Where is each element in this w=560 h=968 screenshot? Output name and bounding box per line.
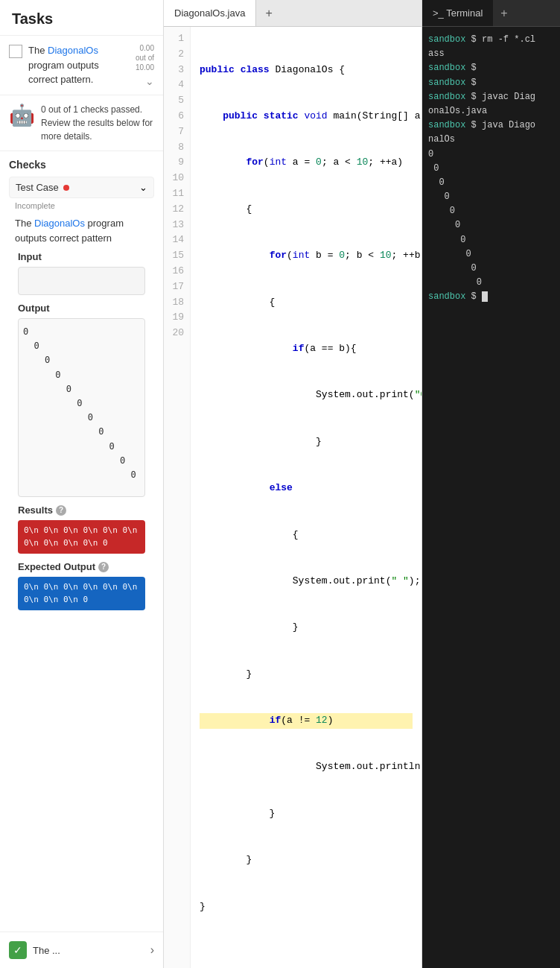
help-icon-expected[interactable]: ? [98, 562, 109, 572]
code-line-15: if(a != 12) [200, 713, 413, 729]
output-section: Output 0 0 0 0 0 0 0 0 0 [9, 303, 154, 504]
terminal-content[interactable]: sandbox $ rm -f *.cl ass sandbox $ sandb… [422, 27, 560, 968]
code-line-18: } [200, 852, 413, 868]
results-label-text: Results [18, 504, 53, 516]
code-line-8: System.out.print("0"); [200, 387, 413, 403]
red-dot-icon [63, 185, 69, 191]
test-desc-highlight: DiagonalOs [34, 218, 85, 229]
code-line-12: System.out.print(" "); [200, 574, 413, 589]
code-line-5: for(int b = 0; b < 10; ++b) [200, 248, 413, 264]
new-tab-button[interactable]: + [256, 7, 281, 20]
tasks-panel: Tasks The DiagonalOs program outputs cor… [0, 0, 164, 968]
output-line: 0 [23, 396, 140, 411]
input-section: Input [9, 251, 154, 303]
terminal-prompt-3: sandbox [428, 77, 465, 88]
code-line-17: } [200, 806, 413, 822]
test-case-left: Test Case [16, 182, 69, 193]
code-line-14: } [200, 667, 413, 683]
code-line-10: else [200, 481, 413, 496]
input-label: Input [18, 251, 145, 262]
test-description: The DiagonalOs program outputs correct p… [9, 213, 154, 251]
results-box: 0\n 0\n 0\n 0\n 0\n 0\n 0\n 0\n 0\n 0\n … [18, 520, 145, 554]
terminal-output-6: 0 [428, 220, 460, 230]
output-line: 0 [23, 425, 140, 439]
bottom-task-item[interactable]: ✓ The ... › [0, 931, 163, 968]
checks-title: Checks [9, 159, 154, 171]
terminal-cmd-6: $ [465, 291, 482, 302]
code-line-11: { [200, 528, 413, 543]
terminal-prompt-5: sandbox [428, 120, 465, 130]
terminal-tab[interactable]: >_ Terminal [422, 0, 493, 26]
output-line: 0 [23, 411, 140, 425]
output-line: 0 [23, 368, 140, 382]
code-line-16: System.out.println(); [200, 759, 413, 775]
terminal-new-tab-button[interactable]: + [493, 7, 515, 20]
editor-panel: DiagonalOs.java + 1 2 3 4 5 6 7 8 9 10 1… [164, 0, 422, 968]
code-line-3: for(int a = 0; a < 10; ++a) [200, 155, 413, 171]
terminal-cursor [482, 291, 488, 302]
task-checkbox[interactable] [9, 45, 22, 58]
results-section: Results ? 0\n 0\n 0\n 0\n 0\n 0\n 0\n 0\… [9, 504, 154, 561]
output-line: 0 [23, 440, 140, 454]
terminal-output-5: 0 [428, 206, 455, 216]
line-numbers: 1 2 3 4 5 6 7 8 9 10 11 12 13 14 15 16 1… [164, 27, 191, 968]
task-desc-plain: The [28, 45, 48, 56]
input-field[interactable] [18, 267, 145, 295]
terminal-output-10: 0 [428, 277, 482, 288]
tasks-title: Tasks [0, 0, 163, 36]
terminal-prompt-4: sandbox [428, 92, 465, 102]
bottom-task-text: The ... [33, 945, 144, 956]
editor-tab-diagonalos[interactable]: DiagonalOs.java [164, 0, 256, 26]
output-line: 0 [23, 454, 140, 468]
editor-content[interactable]: 1 2 3 4 5 6 7 8 9 10 11 12 13 14 15 16 1… [164, 27, 421, 968]
code-line-7: if(a == b){ [200, 341, 413, 357]
terminal-output-7: 0 [428, 235, 465, 245]
test-case-chevron-icon: ⌄ [139, 182, 147, 193]
green-check-icon: ✓ [9, 941, 27, 959]
terminal-panel: >_ Terminal + sandbox $ rm -f *.cl ass s… [422, 0, 560, 968]
editor-tabs: DiagonalOs.java + [164, 0, 421, 27]
expected-label: Expected Output ? [18, 561, 145, 572]
task-score: 0.00 out of 10.00 [136, 43, 154, 72]
chevron-down-icon[interactable]: ⌄ [145, 75, 154, 87]
terminal-tab-label: >_ Terminal [433, 7, 483, 19]
test-desc-plain: The [15, 218, 34, 229]
output-box: 0 0 0 0 0 0 0 0 0 0 [18, 318, 145, 497]
code-line-13: } [200, 620, 413, 636]
test-case-header[interactable]: Test Case ⌄ [9, 177, 154, 198]
terminal-output-2: 0 [428, 163, 439, 174]
code-line-4: { [200, 202, 413, 218]
results-label: Results ? [18, 504, 145, 516]
expected-box: 0\n 0\n 0\n 0\n 0\n 0\n 0\n 0\n 0\n 0 [18, 577, 145, 610]
robot-section: 🤖 0 out of 1 checks passed. Review the r… [0, 95, 163, 151]
robot-icon: 🤖 [9, 103, 35, 127]
checks-section: Checks Test Case ⌄ Incomplete The Diagon… [0, 151, 163, 625]
terminal-output-3: 0 [428, 177, 445, 188]
code-line-6: { [200, 295, 413, 311]
task-content: The DiagonalOs program outputs correct p… [28, 43, 130, 87]
terminal-prompt-2: sandbox [428, 63, 465, 73]
code-line-19: } [200, 899, 413, 915]
incomplete-status: Incomplete [9, 201, 154, 213]
output-line: 0 [23, 468, 140, 482]
code-line-9: } [200, 434, 413, 450]
code-line-20 [200, 946, 413, 961]
terminal-output-8: 0 [428, 249, 471, 259]
output-line: 0 [23, 325, 140, 339]
help-icon[interactable]: ? [56, 505, 66, 516]
expected-section: Expected Output ? 0\n 0\n 0\n 0\n 0\n 0\… [9, 561, 154, 618]
code-area[interactable]: public class DiagonalOs { public static … [191, 27, 421, 968]
terminal-output-9: 0 [428, 263, 477, 273]
terminal-cmd-2: $ [465, 63, 476, 73]
terminal-output-4: 0 [428, 192, 450, 202]
task-item: The DiagonalOs program outputs correct p… [0, 36, 163, 95]
output-line: 0 [23, 382, 140, 396]
expected-label-text: Expected Output [18, 561, 95, 572]
terminal-prompt-6: sandbox [428, 291, 465, 302]
code-line-1: public class DiagonalOs { [200, 63, 413, 78]
terminal-output-1: 0 [428, 149, 433, 159]
task-desc-rest: program outputs correct pattern. [28, 60, 99, 86]
output-line: 0 [23, 339, 140, 353]
code-line-2: public static void main(String[] args) { [200, 109, 413, 124]
terminal-prompt-1: sandbox [428, 34, 465, 45]
